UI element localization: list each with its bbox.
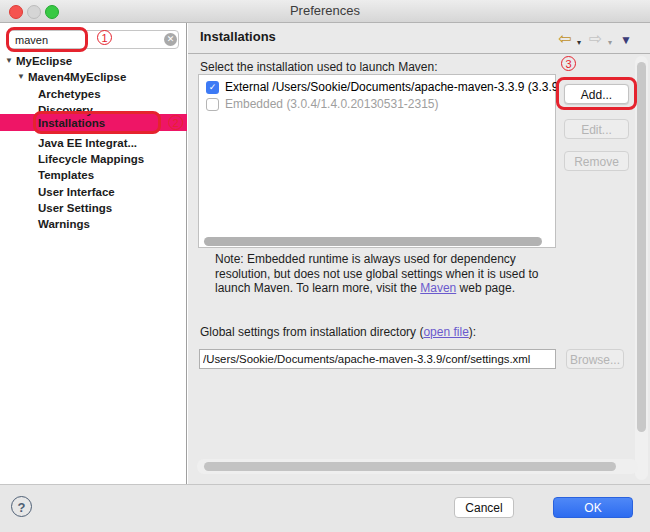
embedded-runtime-note: Note: Embedded runtime is always used fo…: [215, 252, 559, 296]
sidebar-item-warnings[interactable]: Warnings: [38, 216, 90, 232]
help-button[interactable]: ?: [11, 496, 32, 517]
page-horizontal-scrollbar-thumb[interactable]: [204, 462, 616, 471]
settings-path-field[interactable]: [199, 349, 556, 369]
list-item[interactable]: External /Users/Sookie/Documents/apache-…: [225, 80, 571, 95]
select-installation-label: Select the installation used to launch M…: [200, 60, 437, 74]
sidebar-item-user-settings[interactable]: User Settings: [38, 200, 112, 216]
tree-item-label: Java EE Integrat...: [38, 137, 137, 149]
header-separator: [188, 53, 650, 54]
window-title: Preferences: [0, 0, 650, 22]
close-window-button[interactable]: [9, 5, 23, 19]
cancel-button[interactable]: Cancel: [454, 497, 514, 518]
note-text: web page.: [456, 281, 515, 295]
tree-item-label: User Settings: [38, 202, 112, 214]
zoom-window-button[interactable]: [45, 5, 59, 19]
sidebar-item-java-ee-integration[interactable]: Java EE Integrat...: [38, 135, 137, 151]
remove-button[interactable]: Remove: [564, 151, 629, 171]
sidebar-item-myeclipse[interactable]: ▼MyEclipse: [5, 53, 72, 69]
page-title: Installations: [200, 29, 276, 44]
title-bar: Preferences: [0, 0, 650, 23]
sidebar-item-maven4myeclipse[interactable]: ▼Maven4MyEclipse: [17, 69, 126, 85]
list-item[interactable]: Embedded (3.0.4/1.4.0.20130531-2315): [225, 97, 571, 112]
annotation-box-add: [556, 77, 637, 110]
annotation-box-search: [6, 27, 88, 52]
back-dropdown-icon[interactable]: ▾: [577, 38, 581, 47]
sidebar-item-archetypes[interactable]: Archetypes: [38, 86, 101, 102]
forward-arrow-icon[interactable]: ⇨: [589, 30, 602, 48]
label-text: ):: [469, 325, 476, 339]
minimize-window-button[interactable]: [27, 5, 41, 19]
tree-item-label: User Interface: [38, 186, 115, 198]
tree-item-label: Archetypes: [38, 88, 101, 100]
tree-item-label: MyEclipse: [16, 55, 72, 67]
installation-checkbox-external[interactable]: ✓: [206, 81, 219, 94]
tree-item-label: Maven4MyEclipse: [28, 71, 126, 83]
tree-item-label: Warnings: [38, 218, 90, 230]
page-vertical-scrollbar-thumb[interactable]: [637, 62, 646, 432]
installations-list: ✓ External /Users/Sookie/Documents/apach…: [198, 74, 556, 248]
sidebar-item-lifecycle-mappings[interactable]: Lifecycle Mappings: [38, 151, 144, 167]
global-settings-label: Global settings from installation direct…: [200, 325, 476, 339]
back-arrow-icon[interactable]: ⇦: [558, 30, 571, 48]
forward-dropdown-icon[interactable]: ▾: [608, 38, 612, 47]
list-horizontal-scrollbar[interactable]: [204, 237, 542, 246]
annotation-step-1: 1: [97, 30, 112, 45]
disclosure-triangle-icon[interactable]: ▼: [5, 56, 13, 65]
edit-button[interactable]: Edit...: [564, 119, 629, 139]
annotation-step-2: 2: [168, 115, 183, 130]
ok-button[interactable]: OK: [553, 497, 633, 518]
open-file-link[interactable]: open file: [423, 325, 468, 339]
sidebar-item-templates[interactable]: Templates: [38, 167, 94, 183]
maven-link[interactable]: Maven: [420, 281, 456, 295]
annotation-box-installations: [33, 111, 161, 134]
browse-button[interactable]: Browse...: [566, 349, 624, 369]
annotation-step-3: 3: [561, 56, 576, 71]
sidebar-item-user-interface[interactable]: User Interface: [38, 184, 115, 200]
disclosure-triangle-icon[interactable]: ▼: [17, 72, 25, 81]
tree-item-label: Templates: [38, 169, 94, 181]
tree-item-label: Lifecycle Mappings: [38, 153, 144, 165]
installation-checkbox-embedded[interactable]: [206, 98, 219, 111]
view-menu-icon[interactable]: ▼: [620, 33, 632, 47]
label-text: Global settings from installation direct…: [200, 325, 423, 339]
clear-search-icon[interactable]: ✕: [164, 33, 177, 46]
